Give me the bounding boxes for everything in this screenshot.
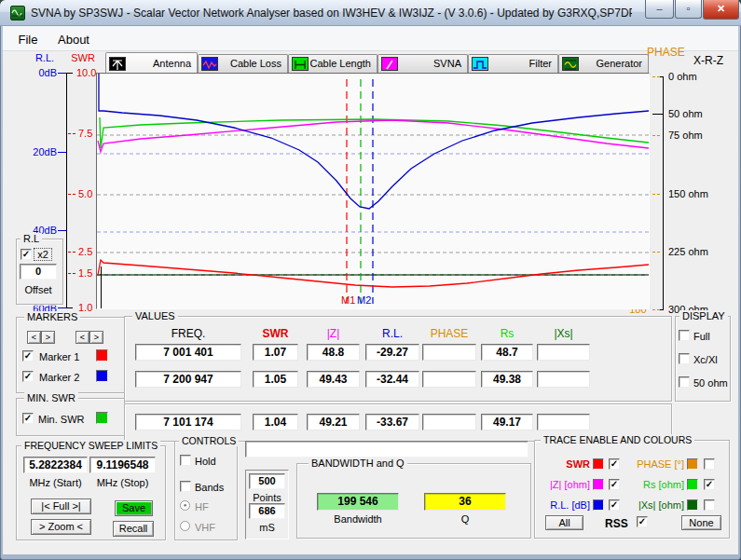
min-phase-value — [422, 414, 476, 430]
z-trace-swatch[interactable] — [593, 479, 604, 490]
vhf-radio[interactable] — [180, 521, 190, 531]
rs-trace-label: Rs [ohm] — [626, 479, 684, 490]
start-frequency-input[interactable] — [23, 457, 88, 473]
right-axis-line — [663, 76, 664, 310]
phase-tick — [652, 76, 662, 77]
marker1-label-text: Marker 1 — [39, 351, 91, 362]
command-input[interactable] — [245, 441, 528, 458]
ohm-tick-label: 50 ohm — [668, 108, 726, 119]
display-xcxl-checkbox[interactable] — [679, 353, 690, 364]
phase-tick — [652, 252, 662, 253]
checkmark-icon: ✓ — [638, 516, 646, 526]
ohm-tick-label: 225 ohm — [668, 246, 726, 257]
marker1-color-swatch[interactable] — [96, 349, 108, 362]
marker2-prev-button[interactable]: < — [75, 331, 89, 344]
chart-plot-area[interactable]: M1 M2 — [96, 73, 650, 309]
marker1-checkbox[interactable]: ✓ — [22, 350, 34, 362]
rs-trace — [100, 117, 649, 148]
m1-freq-value: 7 001 401 — [135, 344, 241, 361]
col-header-rs: Rs — [481, 327, 533, 340]
title-bar[interactable]: SVNA by SP3SWJ - Scalar Vector Network A… — [0, 0, 741, 26]
sweep-limits-title: FREQUENCY SWEEP LIMITS — [21, 440, 160, 451]
rl-tick — [58, 73, 66, 74]
rss-label: RSS — [605, 517, 635, 530]
m2-swr-value: 1.05 — [253, 371, 298, 388]
rl-x2-checkbox[interactable]: ✓ — [21, 249, 32, 260]
checkmark-icon: ✓ — [611, 479, 618, 489]
display-title: DISPLAY — [679, 310, 728, 321]
display-full-label: Full — [693, 331, 729, 342]
xs-trace-swatch[interactable] — [687, 499, 698, 511]
close-button[interactable]: ✕ — [703, 0, 739, 20]
min-swr-checkbox[interactable]: ✓ — [22, 413, 34, 424]
hold-checkbox[interactable] — [180, 455, 191, 466]
swr-trace-checkbox[interactable]: ✓ — [609, 458, 620, 470]
display-50ohm-checkbox[interactable] — [679, 376, 690, 388]
rss-checkbox[interactable]: ✓ — [637, 516, 648, 527]
marker1-next-button[interactable]: > — [41, 331, 55, 344]
rs-trace-checkbox[interactable]: ✓ — [704, 479, 715, 490]
tab-cable-loss[interactable]: Cable Loss — [198, 54, 288, 73]
tab-generator[interactable]: Generator — [558, 54, 649, 73]
marker2-next-button[interactable]: > — [89, 331, 103, 344]
m1-phase-value — [422, 344, 476, 361]
min-xs-value — [537, 414, 590, 430]
phase-trace-checkbox[interactable] — [704, 458, 715, 470]
marker2-label: M2 — [357, 294, 374, 306]
stop-frequency-input[interactable] — [89, 457, 156, 473]
col-header-freq: FREQ. — [135, 327, 241, 340]
checkmark-icon: ✓ — [706, 479, 713, 489]
col-header-phase: PHASE — [422, 327, 476, 340]
bands-checkbox[interactable] — [180, 481, 191, 492]
display-full-checkbox[interactable] — [679, 330, 690, 341]
q-label: Q — [424, 513, 506, 525]
minimize-icon: – — [656, 3, 662, 14]
minimize-button[interactable]: – — [645, 0, 674, 19]
all-traces-button[interactable]: All — [545, 515, 583, 530]
tab-svna[interactable]: SVNA — [377, 54, 468, 73]
rl-trace-checkbox[interactable]: ✓ — [609, 499, 620, 511]
swr-axis-header: SWR — [67, 52, 99, 63]
marker2-color-swatch[interactable] — [96, 370, 108, 382]
phase-tick — [652, 309, 662, 310]
marker2-checkbox[interactable]: ✓ — [22, 371, 34, 382]
bandwidth-label: Bandwidth — [317, 513, 399, 525]
phase-trace-swatch[interactable] — [687, 458, 698, 470]
maximize-button[interactable]: ▫ — [675, 0, 702, 19]
rs-trace-swatch[interactable] — [687, 479, 698, 490]
phase-tick — [652, 194, 662, 195]
rl-offset-field[interactable]: 0 — [20, 264, 57, 280]
generator-icon — [562, 57, 579, 71]
desktop: { "window": { "title": "SVNA by SP3SWJ -… — [0, 0, 741, 560]
checkmark-icon: ✓ — [22, 249, 30, 259]
tab-cable-length[interactable]: Cable Length — [288, 54, 377, 73]
full-span-button[interactable]: |< Full >| — [31, 499, 91, 514]
menu-file[interactable]: File — [15, 31, 41, 48]
col-header-z: |Z| — [307, 327, 360, 340]
swr-tick — [68, 273, 76, 274]
recall-button[interactable]: Recall — [113, 521, 154, 537]
menu-about[interactable]: About — [52, 31, 95, 48]
hf-radio[interactable]: ● — [180, 500, 190, 511]
m1-rs-value: 48.7 — [481, 344, 533, 361]
sweep-time-value: 686 — [249, 503, 285, 519]
min-swr-color-swatch[interactable] — [96, 412, 108, 424]
m1-z-value: 48.8 — [307, 344, 360, 361]
phase-axis-header: PHASE — [647, 46, 692, 59]
zoom-button[interactable]: > Zoom < — [31, 519, 91, 535]
rl-axis-header: R.L. — [30, 52, 60, 63]
tab-antenna[interactable]: Antenna — [105, 52, 198, 73]
save-button[interactable]: Save — [115, 500, 153, 516]
m1-rl-value: -29.27 — [365, 344, 419, 361]
marker1-prev-button[interactable]: < — [27, 331, 41, 344]
trace-enable-title: TRACE ENABLE AND COLOURS — [541, 434, 694, 445]
none-traces-button[interactable]: None — [681, 515, 721, 530]
svna-icon — [381, 57, 398, 71]
rl-trace-swatch[interactable] — [593, 499, 604, 511]
swr-trace-swatch[interactable] — [593, 458, 604, 470]
checkmark-icon: ✓ — [24, 350, 32, 361]
tab-filter[interactable]: Filter — [468, 54, 558, 73]
xs-trace-checkbox[interactable] — [704, 499, 715, 511]
z-trace-checkbox[interactable]: ✓ — [609, 479, 620, 490]
display-50ohm-label: 50 ohm — [693, 377, 731, 389]
